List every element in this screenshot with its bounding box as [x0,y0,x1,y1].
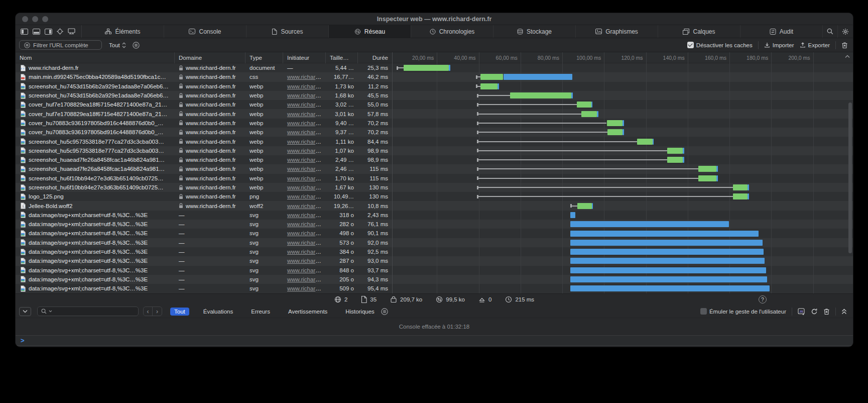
initiator-link[interactable]: www.richard-d… [287,276,326,282]
element-picker-icon[interactable] [57,28,63,35]
tab-network[interactable]: Réseau [329,25,411,38]
disable-caches-checkbox[interactable] [687,42,694,48]
table-row[interactable]: logo_125.pngwww.richard-dern.frpngwww.ri… [16,192,853,201]
initiator-link[interactable]: www.richard-d… [287,120,326,126]
reload-icon[interactable] [811,308,818,315]
column-header-name[interactable]: Nom [16,52,175,63]
initiator-link[interactable]: www.richard-d… [287,129,326,135]
column-header-size[interactable]: Taille… [326,52,358,63]
console-filter-tout[interactable]: Tout [170,308,189,316]
tab-elements[interactable]: Éléments [82,25,164,38]
filter-options-icon[interactable] [133,42,140,49]
table-row[interactable]: screenshot_hu6f10bb94e27e3d63b651409cb07… [16,183,853,192]
console-filter-valuations[interactable]: Évaluations [199,308,237,316]
table-row[interactable]: data:image/svg+xml;charset=utf-8,%3C…%3E… [16,220,853,229]
table-row[interactable]: data:image/svg+xml;charset=utf-8,%3C…%3E… [16,284,853,293]
import-button[interactable]: Importer [764,42,794,48]
initiator-link[interactable]: www.richard-d… [287,249,326,255]
table-row[interactable]: screenshot_huaead7fe26a8458fcac1a46b824a… [16,164,853,173]
table-row[interactable]: data:image/svg+xml;charset=utf-8,%3C…%3E… [16,266,853,275]
clear-network-items-button[interactable] [841,42,848,49]
table-row[interactable]: cover_hu70883c936197805bd916c4488876d0b0… [16,119,853,128]
initiator-link[interactable]: www.richard-d… [287,230,326,236]
tab-graphics[interactable]: Graphismes [576,25,658,38]
initiator-link[interactable]: www.richard-d… [287,212,326,218]
initiator-link[interactable]: www.richard-d… [287,92,326,98]
table-row[interactable]: screenshot_huaead7fe26a8458fcac1a46b824a… [16,155,853,164]
previous-result-button[interactable]: ‹ [144,307,153,316]
export-button[interactable]: Exporter [800,42,830,48]
scroll-up-stepper[interactable] [845,55,850,58]
table-row[interactable]: cover_hu70883c936197805bd916c4488876d0b0… [16,128,853,137]
initiator-link[interactable]: www.richard-d… [287,166,326,172]
table-row[interactable]: data:image/svg+xml;charset=utf-8,%3C…%3E… [16,247,853,256]
console-prompt[interactable]: > [16,335,853,346]
table-row[interactable]: AJellee-Bold.woff2www.richard-dern.frwof… [16,201,853,210]
console-filter-avertissements[interactable]: Avertissements [284,308,331,316]
device-icon[interactable] [68,28,75,35]
disable-caches-toggle[interactable]: Désactiver les caches [687,42,753,48]
vertical-scrollbar[interactable] [848,103,852,253]
table-row[interactable]: data:image/svg+xml;charset=utf-8,%3C…%3E… [16,238,853,247]
initiator-link[interactable]: www.richard-d… [287,221,326,227]
initiator-link[interactable]: www.richard-d… [287,267,326,273]
console-search-input[interactable] [37,307,139,316]
column-header-type[interactable]: Type [245,52,283,63]
console-filter-options-icon[interactable] [381,308,388,315]
console-filter-erreurs[interactable]: Erreurs [247,308,274,316]
dock-bottom-icon[interactable] [33,29,40,35]
tab-timelines[interactable]: Chronologies [411,25,493,38]
initiator-link[interactable]: www.richard-d… [287,111,326,117]
tab-layers[interactable]: Calques [658,25,740,38]
table-row[interactable]: data:image/svg+xml;charset=utf-8,%3C…%3E… [16,211,853,220]
console-filter-historiques[interactable]: Historiques [341,308,379,316]
initiator-link[interactable]: www.richard-d… [287,240,326,246]
table-row[interactable]: data:image/svg+xml;charset=utf-8,%3C…%3E… [16,275,853,284]
tab-label: Sources [281,28,303,35]
initiator-link[interactable]: www.richard-d… [287,83,326,89]
table-row[interactable]: cover_huf7e1708829ea18f6715e48271400e87a… [16,109,853,118]
column-header-duration[interactable]: Durée [358,52,392,63]
table-row[interactable]: screenshot_hu7453d15b6b2a929e1adaa8e7a06… [16,91,853,100]
initiator-link[interactable]: www.richard-d… [287,193,326,199]
dock-side-icon[interactable] [21,29,28,35]
tab-storage[interactable]: Stockage [493,25,576,38]
initiator-link[interactable]: www.richard-d… [287,148,326,154]
help-button[interactable]: ? [759,295,767,304]
emulate-user-gesture-toggle[interactable]: Émuler le geste de l'utilisateur [700,308,786,315]
tab-console[interactable]: Console [164,25,246,38]
table-row[interactable]: screenshot_hu5c957353818e777ca27d3c3cba0… [16,146,853,155]
initiator-link[interactable]: www.richard-d… [287,203,326,209]
table-row[interactable]: screenshot_hu7453d15b6b2a929e1adaa8e7a06… [16,82,853,91]
tab-sources[interactable]: Sources [246,25,329,38]
initiator-link[interactable]: www.richard-d… [287,175,326,181]
table-row[interactable]: data:image/svg+xml;charset=utf-8,%3C…%3E… [16,229,853,238]
search-button[interactable] [823,25,838,38]
initiator-link[interactable]: www.richard-d… [287,285,326,291]
column-header-initiator[interactable]: Initiateur [283,52,326,63]
resource-scope-select[interactable]: Tout [109,42,126,48]
initiator-link[interactable]: www.richard-d… [287,139,326,145]
show-console-snippets-button[interactable]: JS [798,308,805,315]
console-drawer-toggle[interactable] [19,307,31,316]
table-row[interactable]: main.min.d9924575ec0bba420589a48d5190fbc… [16,72,853,81]
clear-console-button[interactable] [823,308,830,315]
emulate-user-gesture-checkbox[interactable] [700,308,707,315]
url-filter-field[interactable]: Filtrer l'URL complète [19,40,102,50]
initiator-link[interactable]: www.richard-d… [287,184,326,190]
initiator-link[interactable]: www.richard-d… [287,157,326,163]
table-row[interactable]: screenshot_hu6f10bb94e27e3d63b651409cb07… [16,174,853,183]
table-row[interactable]: data:image/svg+xml;charset=utf-8,%3C…%3E… [16,256,853,265]
initiator-link[interactable]: www.richard-d… [287,102,326,108]
settings-gear-icon[interactable] [838,25,853,38]
table-row[interactable]: cover_huf7e1708829ea18f6715e48271400e87a… [16,100,853,109]
initiator-link[interactable]: www.richard-d… [287,258,326,264]
initiator-link[interactable]: www.richard-d… [287,74,326,80]
column-header-domain[interactable]: Domaine [175,52,245,63]
next-result-button[interactable]: › [153,307,162,316]
collapse-console-icon[interactable] [841,309,847,315]
tab-audit[interactable]: Audit [740,25,823,38]
table-row[interactable]: screenshot_hu5c957353818e777ca27d3c3cba0… [16,137,853,146]
table-row[interactable]: www.richard-dern.frwww.richard-dern.frdo… [16,63,853,72]
dock-right-icon[interactable] [45,29,52,35]
